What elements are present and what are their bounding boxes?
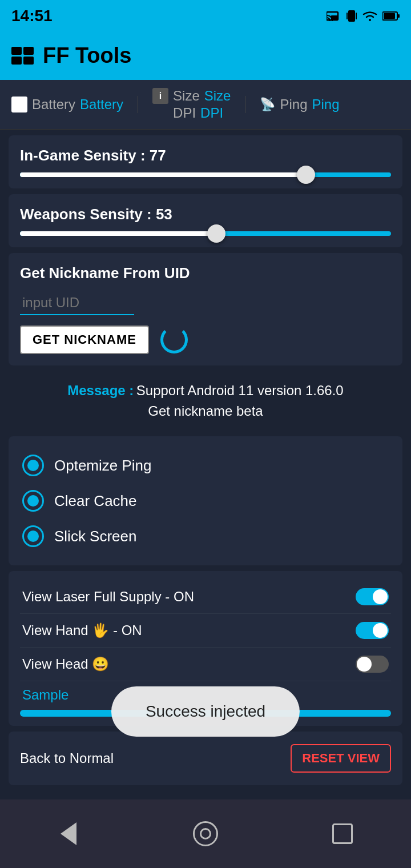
bottom-bar: Back to Normal RESET VIEW	[9, 732, 402, 785]
nickname-card: Get Nickname From UID GET NICKNAME	[9, 253, 402, 365]
tab-divider-2	[245, 96, 245, 113]
nav-recents-button[interactable]	[328, 819, 357, 848]
toggle-knob-head	[357, 657, 372, 672]
loading-spinner	[160, 326, 188, 353]
svg-rect-5	[356, 13, 357, 19]
tab-divider-1	[138, 96, 138, 113]
radio-slick-screen[interactable]: Slick Screen	[22, 519, 389, 554]
tab-size[interactable]: i Size Size DPI DPI	[152, 88, 231, 121]
nav-back-button[interactable]	[54, 819, 83, 848]
battery-tab-gray-label: Battery	[32, 97, 75, 112]
in-game-sensity-fill	[20, 172, 306, 177]
toggle-label-head: View Head 😀	[22, 656, 109, 672]
uid-action-row: GET NICKNAME	[20, 326, 391, 354]
dpi-tab-gray-label: DPI	[173, 105, 196, 121]
radio-label-slick: Slick Screen	[54, 528, 137, 545]
app-logo	[11, 47, 34, 65]
radio-label-cache: Clear Cache	[54, 492, 137, 510]
message-label: Message :	[67, 383, 134, 398]
recents-square-icon	[332, 823, 353, 844]
in-game-sensity-track[interactable]	[20, 172, 391, 177]
toggle-knob-hand	[373, 623, 388, 638]
svg-rect-7	[384, 13, 395, 19]
radio-inner-slick	[27, 531, 39, 542]
toggle-label-laser: View Laser Full Supply - ON	[22, 589, 194, 605]
weapons-sensity-fill	[20, 231, 217, 236]
battery-tab-blue-label: Battery	[80, 97, 123, 112]
uid-input[interactable]	[20, 291, 134, 315]
cast-icon	[327, 10, 341, 22]
app-header: FF Tools	[0, 31, 411, 80]
toggle-laser[interactable]	[356, 588, 389, 605]
radio-outer-slick	[22, 525, 44, 547]
nav-bar	[0, 799, 411, 868]
battery-icon	[382, 11, 400, 21]
status-bar: 14:51	[0, 0, 411, 31]
back-normal-label: Back to Normal	[20, 750, 114, 766]
signal-tab-icon: 📡	[260, 97, 275, 112]
radio-inner-optimize	[27, 460, 39, 471]
in-game-sensity-thumb[interactable]	[297, 166, 315, 184]
in-game-sensity-card: In-Game Sensity : 77	[9, 135, 402, 188]
info-tab-icon: i	[152, 88, 168, 104]
tab-ping[interactable]: 📡 Ping Ping	[260, 97, 339, 112]
main-content: Battery Battery i Size Size DPI DPI 📡 Pi…	[0, 80, 411, 868]
top-tabs: Battery Battery i Size Size DPI DPI 📡 Pi…	[0, 80, 411, 130]
battery-tab-icon	[11, 97, 27, 112]
nickname-section-title: Get Nickname From UID	[20, 264, 391, 282]
weapons-sensity-label: Weapons Sensity : 53	[20, 206, 391, 223]
reset-view-button[interactable]: RESET VIEW	[291, 744, 391, 773]
svg-rect-4	[346, 13, 348, 19]
radio-inner-cache	[27, 495, 39, 507]
home-inner-icon	[200, 828, 211, 839]
dpi-tab-blue-label: DPI	[200, 105, 223, 121]
get-nickname-button[interactable]: GET NICKNAME	[20, 326, 149, 354]
size-tab-blue-label: Size	[204, 88, 231, 104]
home-circle-icon	[193, 821, 218, 846]
weapons-sensity-card: Weapons Sensity : 53	[9, 194, 402, 247]
weapons-sensity-track[interactable]	[20, 231, 391, 236]
wifi-icon	[362, 10, 378, 22]
toggle-head[interactable]	[356, 656, 389, 673]
toggle-row-head: View Head 😀	[20, 648, 391, 681]
vibrate-icon	[346, 9, 357, 23]
tab-battery[interactable]: Battery Battery	[11, 97, 123, 112]
radio-options-card: Optemize Ping Clear Cache Slick Screen	[9, 436, 402, 565]
back-arrow-icon	[61, 822, 76, 845]
nav-home-button[interactable]	[191, 819, 220, 848]
toggle-label-hand: View Hand 🖐 - ON	[22, 622, 142, 638]
radio-clear-cache[interactable]: Clear Cache	[22, 483, 389, 519]
status-icons	[327, 9, 400, 23]
message-line2: Get nickname beta	[11, 401, 400, 421]
radio-label-optimize: Optemize Ping	[54, 457, 152, 475]
ping-tab-gray-label: Ping	[280, 97, 307, 112]
app-title: FF Tools	[43, 43, 132, 68]
toggle-knob-laser	[373, 589, 388, 604]
size-tab-gray-label: Size	[173, 88, 200, 104]
toggle-row-hand: View Hand 🖐 - ON	[20, 614, 391, 648]
radio-optimize-ping[interactable]: Optemize Ping	[22, 448, 389, 483]
ping-tab-blue-label: Ping	[312, 97, 339, 112]
toast: Success injected	[111, 686, 300, 737]
message-bar: Message : Support Android 11 version 1.6…	[0, 371, 411, 431]
svg-rect-3	[348, 10, 355, 22]
in-game-sensity-label: In-Game Sensity : 77	[20, 147, 391, 164]
status-time: 14:51	[11, 7, 53, 25]
radio-outer-optimize	[22, 455, 44, 476]
svg-rect-8	[398, 14, 400, 18]
toggle-row-laser: View Laser Full Supply - ON	[20, 580, 391, 614]
message-line1: Support Android 11 version 1.66.0	[136, 383, 344, 398]
toast-text: Success injected	[146, 702, 265, 720]
radio-outer-cache	[22, 490, 44, 512]
weapons-sensity-thumb[interactable]	[207, 224, 225, 243]
toggle-hand[interactable]	[356, 622, 389, 639]
